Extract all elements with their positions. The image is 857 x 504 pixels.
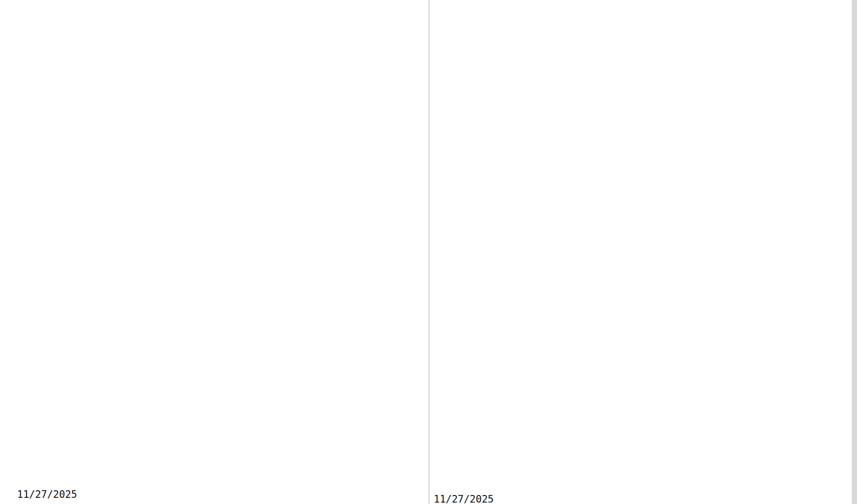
right-panel-date: 11/27/2025: [434, 494, 494, 504]
monitor-window: 11/27/2025 11/27/2025: [0, 0, 857, 504]
left-panel-date: 11/27/2025: [17, 489, 77, 500]
right-edge-strip: [852, 0, 857, 504]
panel-divider: [428, 0, 429, 504]
